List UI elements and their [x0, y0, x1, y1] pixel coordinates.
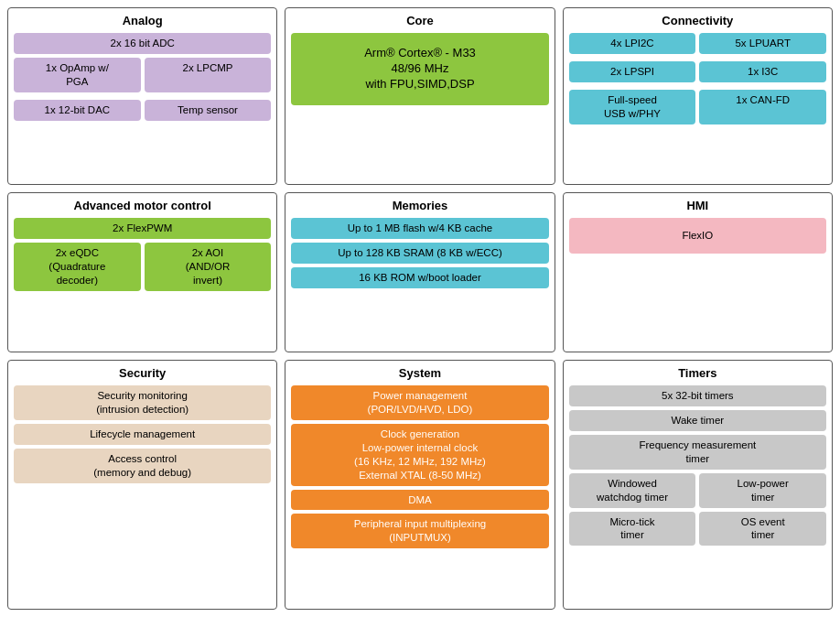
memories-section: Memories Up to 1 MB flash w/4 KB cache U…: [285, 192, 555, 352]
sys-clock-chip: Clock generation Low-power internal cloc…: [291, 424, 548, 486]
core-title: Core: [291, 14, 548, 27]
sys-power-chip: Power management (POR/LVD/HVD, LDO): [291, 385, 548, 420]
analog-section: Analog 2x 16 bit ADC 1x OpAmp w/ PGA 2x …: [7, 7, 277, 185]
security-section: Security Security monitoring (intrusion …: [7, 360, 277, 610]
conn-lpuart-chip: 5x LPUART: [699, 33, 826, 54]
timer-freq-chip: Frequency measurement timer: [569, 435, 826, 470]
timer-32bit-chip: 5x 32-bit timers: [569, 385, 826, 406]
sys-periph-chip: Peripheral input multiplexing (INPUTMUX): [291, 514, 548, 548]
core-section: Core Arm® Cortex® - M33 48/96 MHz with F…: [285, 7, 555, 185]
motor-aoi-chip: 2x AOI (AND/OR invert): [145, 243, 272, 291]
analog-lpcmp-chip: 2x LPCMP: [145, 58, 272, 92]
mem-flash-chip: Up to 1 MB flash w/4 KB cache: [291, 218, 548, 239]
mem-sram-chip: Up to 128 KB SRAM (8 KB w/ECC): [291, 243, 548, 264]
system-title: System: [291, 366, 548, 380]
motor-section: Advanced motor control 2x FlexPWM 2x eQD…: [7, 192, 277, 352]
analog-dac-chip: 1x 12-bit DAC: [14, 100, 141, 121]
timers-section: Timers 5x 32-bit timers Wake timer Frequ…: [563, 360, 833, 610]
analog-title: Analog: [14, 14, 271, 27]
mem-rom-chip: 16 KB ROM w/boot loader: [291, 267, 548, 288]
memories-title: Memories: [291, 199, 548, 212]
connectivity-section: Connectivity 4x LPI2C 5x LPUART 2x LPSPI…: [563, 7, 833, 185]
main-grid: Analog 2x 16 bit ADC 1x OpAmp w/ PGA 2x …: [0, 0, 840, 617]
timer-windowed-chip: Windowed watchdog timer: [569, 473, 696, 508]
timers-title: Timers: [569, 366, 826, 380]
sec-access-chip: Access control (memory and debug): [14, 449, 271, 483]
system-section: System Power management (POR/LVD/HVD, LD…: [285, 360, 555, 610]
hmi-title: HMI: [569, 199, 826, 212]
conn-usb-chip: Full-speed USB w/PHY: [569, 90, 696, 124]
conn-canfd-chip: 1x CAN-FD: [699, 90, 826, 124]
timer-wake-chip: Wake timer: [569, 410, 826, 431]
analog-opamp-chip: 1x OpAmp w/ PGA: [14, 58, 141, 92]
motor-title: Advanced motor control: [14, 199, 271, 212]
hmi-section: HMI FlexIO: [563, 192, 833, 352]
sec-monitoring-chip: Security monitoring (intrusion detection…: [14, 385, 271, 420]
sec-lifecycle-chip: Lifecycle management: [14, 424, 271, 445]
security-title: Security: [14, 366, 271, 380]
conn-lpi2c-chip: 4x LPI2C: [569, 33, 696, 54]
conn-i3c-chip: 1x I3C: [699, 61, 826, 82]
sys-dma-chip: DMA: [291, 490, 548, 511]
conn-lpspi-chip: 2x LPSPI: [569, 61, 696, 82]
timer-osevent-chip: OS event timer: [699, 512, 826, 547]
connectivity-title: Connectivity: [569, 14, 826, 27]
analog-adc-chip: 2x 16 bit ADC: [14, 33, 271, 54]
timer-microtick-chip: Micro-tick timer: [569, 512, 696, 547]
timer-lowpower-chip: Low-power timer: [699, 473, 826, 508]
motor-eqdc-chip: 2x eQDC (Quadrature decoder): [14, 243, 141, 291]
core-chip: Arm® Cortex® - M33 48/96 MHz with FPU,SI…: [291, 33, 548, 105]
analog-temp-chip: Temp sensor: [145, 100, 272, 121]
motor-flexpwm-chip: 2x FlexPWM: [14, 218, 271, 239]
hmi-flexio-chip: FlexIO: [569, 218, 826, 254]
